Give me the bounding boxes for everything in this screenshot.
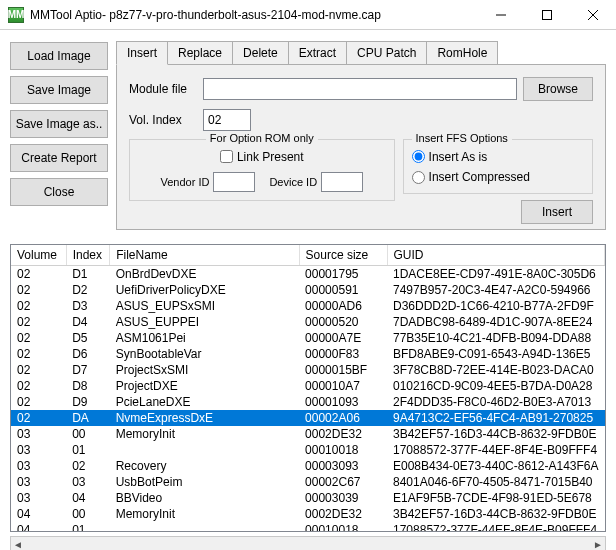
cell-size: 00000520 xyxy=(299,314,387,330)
module-table[interactable]: VolumeIndexFileNameSource sizeGUID 02D1O… xyxy=(10,244,606,532)
cell-size: 00002A06 xyxy=(299,410,387,426)
tab-replace[interactable]: Replace xyxy=(168,41,233,65)
table-row[interactable]: 02D5ASM1061Pei00000A7E77B35E10-4C21-4DFB… xyxy=(11,330,605,346)
cell-vol: 03 xyxy=(11,426,66,442)
cell-guid: 3B42EF57-16D3-44CB-8632-9FDB0E xyxy=(387,506,604,522)
scroll-right-icon[interactable]: ► xyxy=(593,539,603,550)
cell-name: MemoryInit xyxy=(110,426,299,442)
cell-name: UsbBotPeim xyxy=(110,474,299,490)
column-header[interactable]: Volume xyxy=(11,245,66,266)
close-button[interactable] xyxy=(570,0,616,30)
sidebar-btn-save-image[interactable]: Save Image xyxy=(10,76,108,104)
cell-vol: 02 xyxy=(11,282,66,298)
cell-vol: 03 xyxy=(11,474,66,490)
insert-button[interactable]: Insert xyxy=(521,200,593,224)
table-row[interactable]: 02D7ProjectSxSMI0000015BF3F78CB8D-72EE-4… xyxy=(11,362,605,378)
table-row[interactable]: 0303UsbBotPeim00002C678401A046-6F70-4505… xyxy=(11,474,605,490)
tab-body-insert: Module file Browse Vol. Index For Option… xyxy=(116,64,606,230)
cell-guid: 77B35E10-4C21-4DFB-B094-DDA88 xyxy=(387,330,604,346)
app-icon: MM xyxy=(8,7,24,23)
link-present-checkbox[interactable]: Link Present xyxy=(220,150,304,164)
cell-guid: 7497B957-20C3-4E47-A2C0-594966 xyxy=(387,282,604,298)
cell-size: 0000015BF xyxy=(299,362,387,378)
cell-name: OnBrdDevDXE xyxy=(110,266,299,283)
table-row[interactable]: 02D4ASUS_EUPPEI000005207DADBC98-6489-4D1… xyxy=(11,314,605,330)
table-row[interactable]: 02DANvmeExpressDxE00002A069A4713C2-EF56-… xyxy=(11,410,605,426)
column-header[interactable]: FileName xyxy=(110,245,299,266)
insert-compressed-radio[interactable]: Insert Compressed xyxy=(412,170,530,184)
cell-size: 00000AD6 xyxy=(299,298,387,314)
cell-guid: 17088572-377F-44EF-8F4E-B09FFF4 xyxy=(387,442,604,458)
table-row[interactable]: 0302Recovery00003093E008B434-0E73-440C-8… xyxy=(11,458,605,474)
tab-strip: InsertReplaceDeleteExtractCPU PatchRomHo… xyxy=(116,41,606,65)
cell-guid: 010216CD-9C09-4EE5-B7DA-D0A28 xyxy=(387,378,604,394)
cell-idx: D7 xyxy=(66,362,110,378)
sidebar-btn-close[interactable]: Close xyxy=(10,178,108,206)
cell-vol: 02 xyxy=(11,266,66,283)
column-header[interactable]: GUID xyxy=(387,245,604,266)
table-row[interactable]: 02D9PcieLaneDXE000010932F4DDD35-F8C0-46D… xyxy=(11,394,605,410)
cell-vol: 02 xyxy=(11,298,66,314)
cell-vol: 02 xyxy=(11,378,66,394)
cell-vol: 03 xyxy=(11,458,66,474)
module-file-label: Module file xyxy=(129,82,197,96)
maximize-button[interactable] xyxy=(524,0,570,30)
tab-extract[interactable]: Extract xyxy=(289,41,347,65)
cell-name: ProjectDXE xyxy=(110,378,299,394)
scroll-left-icon[interactable]: ◄ xyxy=(13,539,23,550)
cell-guid: 17088572-377F-44EF-8F4E-B09FFF4 xyxy=(387,522,604,532)
cell-guid: BFD8ABE9-C091-6543-A94D-136E5 xyxy=(387,346,604,362)
insert-as-is-radio[interactable]: Insert As is xyxy=(412,150,488,164)
table-row[interactable]: 02D8ProjectDXE000010A7010216CD-9C09-4EE5… xyxy=(11,378,605,394)
module-file-input[interactable] xyxy=(203,78,517,100)
device-id-input[interactable] xyxy=(321,172,363,192)
cell-size: 0002DE32 xyxy=(299,426,387,442)
cell-vol: 04 xyxy=(11,522,66,532)
cell-vol: 02 xyxy=(11,410,66,426)
cell-idx: 00 xyxy=(66,426,110,442)
table-row[interactable]: 02D3ASUS_EUPSxSMI00000AD6D36DDD2D-1C66-4… xyxy=(11,298,605,314)
cell-size: 0002DE32 xyxy=(299,506,387,522)
sidebar-btn-load-image[interactable]: Load Image xyxy=(10,42,108,70)
sidebar-btn-save-image-as-[interactable]: Save Image as.. xyxy=(10,110,108,138)
cell-guid: 3F78CB8D-72EE-414E-B023-DACA0 xyxy=(387,362,604,378)
table-row[interactable]: 0300MemoryInit0002DE323B42EF57-16D3-44CB… xyxy=(11,426,605,442)
tab-cpu-patch[interactable]: CPU Patch xyxy=(347,41,427,65)
cell-guid: 7DADBC98-6489-4D1C-907A-8EE24 xyxy=(387,314,604,330)
vol-index-input[interactable] xyxy=(203,109,251,131)
cell-guid: E008B434-0E73-440C-8612-A143F6A xyxy=(387,458,604,474)
window-title: MMTool Aptio- p8z77-v-pro-thunderbolt-as… xyxy=(30,8,478,22)
column-header[interactable]: Index xyxy=(66,245,110,266)
table-row[interactable]: 0400MemoryInit0002DE323B42EF57-16D3-44CB… xyxy=(11,506,605,522)
tab-romhole[interactable]: RomHole xyxy=(427,41,498,65)
cell-idx: 01 xyxy=(66,442,110,458)
vendor-id-input[interactable] xyxy=(213,172,255,192)
cell-guid: 8401A046-6F70-4505-8471-7015B40 xyxy=(387,474,604,490)
cell-size: 00000591 xyxy=(299,282,387,298)
table-row[interactable]: 0304BBVideo00003039E1AF9F5B-7CDE-4F98-91… xyxy=(11,490,605,506)
cell-guid: 2F4DDD35-F8C0-46D2-B0E3-A7013 xyxy=(387,394,604,410)
tab-insert[interactable]: Insert xyxy=(116,41,168,65)
table-row[interactable]: 02D6SynBootableVar00000F83BFD8ABE9-C091-… xyxy=(11,346,605,362)
table-row[interactable]: 02D1OnBrdDevDXE000017951DACE8EE-CD97-491… xyxy=(11,266,605,283)
table-row[interactable]: 03010001001817088572-377F-44EF-8F4E-B09F… xyxy=(11,442,605,458)
table-row[interactable]: 02D2UefiDriverPolicyDXE000005917497B957-… xyxy=(11,282,605,298)
browse-button[interactable]: Browse xyxy=(523,77,593,101)
cell-idx: 02 xyxy=(66,458,110,474)
cell-vol: 04 xyxy=(11,506,66,522)
cell-vol: 02 xyxy=(11,394,66,410)
cell-idx: D1 xyxy=(66,266,110,283)
table-row[interactable]: 04010001001817088572-377F-44EF-8F4E-B09F… xyxy=(11,522,605,532)
tab-delete[interactable]: Delete xyxy=(233,41,289,65)
cell-name: NvmeExpressDxE xyxy=(110,410,299,426)
minimize-button[interactable] xyxy=(478,0,524,30)
column-header[interactable]: Source size xyxy=(299,245,387,266)
cell-guid: 3B42EF57-16D3-44CB-8632-9FDB0E xyxy=(387,426,604,442)
cell-idx: D9 xyxy=(66,394,110,410)
cell-vol: 02 xyxy=(11,362,66,378)
cell-vol: 03 xyxy=(11,490,66,506)
cell-vol: 03 xyxy=(11,442,66,458)
sidebar-btn-create-report[interactable]: Create Report xyxy=(10,144,108,172)
horizontal-scrollbar[interactable]: ◄ ► xyxy=(10,536,606,550)
cell-vol: 02 xyxy=(11,346,66,362)
